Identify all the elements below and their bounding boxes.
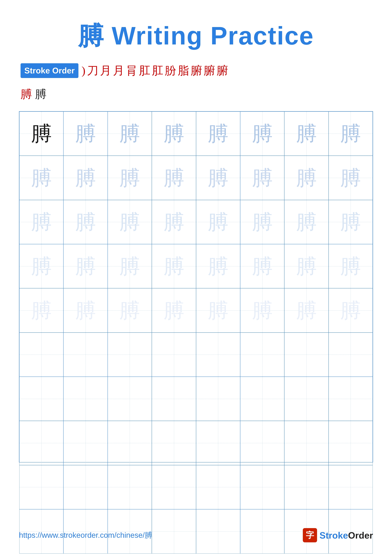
grid-cell-r7c3[interactable]	[108, 377, 152, 421]
grid-cell-r9c4[interactable]	[152, 465, 196, 509]
grid-cell-r2c1[interactable]: 膊	[19, 156, 64, 200]
grid-cell-r8c6[interactable]	[240, 421, 284, 465]
grid-cell-r3c6[interactable]: 膊	[240, 200, 284, 244]
grid-cell-r4c1[interactable]: 膊	[19, 244, 64, 288]
grid-cell-r6c3[interactable]	[108, 333, 152, 377]
grid-cell-r8c7[interactable]	[284, 421, 328, 465]
stroke-12: 腑	[217, 63, 228, 79]
grid-cell-r1c6[interactable]: 膊	[240, 111, 284, 156]
footer-url[interactable]: https://www.strokeorder.com/chinese/膊	[19, 530, 152, 540]
grid-cell-r4c4[interactable]: 膊	[152, 244, 196, 288]
grid-cell-r6c4[interactable]	[152, 333, 196, 377]
grid-cell-r3c7[interactable]: 膊	[284, 200, 328, 244]
grid-cell-r3c4[interactable]: 膊	[152, 200, 196, 244]
stroke-4: 月	[113, 63, 124, 79]
grid-cell-r9c5[interactable]	[196, 465, 240, 509]
char-r2c3: 膊	[119, 168, 140, 188]
grid-cell-r9c3[interactable]	[108, 465, 152, 509]
grid-cell-r7c5[interactable]	[196, 377, 240, 421]
grid-cell-r5c1[interactable]: 膊	[19, 288, 64, 332]
logo-text: StrokeOrder	[320, 530, 373, 540]
grid-cell-r6c1[interactable]	[19, 333, 64, 377]
grid-cell-r8c8[interactable]	[328, 421, 373, 465]
grid-cell-r5c2[interactable]: 膊	[64, 288, 107, 332]
char-r2c4: 膊	[164, 168, 184, 188]
footer: https://www.strokeorder.com/chinese/膊 字 …	[19, 528, 373, 542]
stroke-5: 肙	[126, 63, 137, 79]
grid-cell-r6c5[interactable]	[196, 333, 240, 377]
grid-cell-r1c5[interactable]: 膊	[196, 111, 240, 156]
grid-cell-r7c7[interactable]	[284, 377, 328, 421]
char-r1c1: 膊	[31, 123, 52, 144]
grid-cell-r2c4[interactable]: 膊	[152, 156, 196, 200]
stroke-6: 肛	[139, 63, 150, 79]
grid-cell-r8c4[interactable]	[152, 421, 196, 465]
grid-cell-r4c2[interactable]: 膊	[64, 244, 107, 288]
grid-cell-r6c6[interactable]	[240, 333, 284, 377]
grid-cell-r8c3[interactable]	[108, 421, 152, 465]
char-r3c6: 膊	[252, 212, 273, 232]
grid-cell-r8c5[interactable]	[196, 421, 240, 465]
char-r2c5: 膊	[208, 168, 228, 188]
char-r3c4: 膊	[164, 212, 184, 232]
grid-cell-r2c2[interactable]: 膊	[64, 156, 107, 200]
grid-cell-r5c5[interactable]: 膊	[196, 288, 240, 332]
grid-cell-r5c3[interactable]: 膊	[108, 288, 152, 332]
char-r3c7: 膊	[296, 212, 317, 232]
char-r2c6: 膊	[252, 168, 273, 188]
grid-cell-r9c8[interactable]	[328, 465, 373, 509]
logo-char: 字	[306, 530, 314, 541]
grid-cell-r3c5[interactable]: 膊	[196, 200, 240, 244]
page-title: 膊 Writing Practice	[19, 19, 373, 53]
char-r5c3: 膊	[119, 300, 140, 321]
grid-cell-r6c2[interactable]	[64, 333, 107, 377]
grid-cell-r9c2[interactable]	[64, 465, 107, 509]
stroke-order-line2: 膊 膊	[19, 87, 373, 102]
grid-cell-r1c4[interactable]: 膊	[152, 111, 196, 156]
grid-cell-r9c6[interactable]	[240, 465, 284, 509]
grid-cell-r4c8[interactable]: 膊	[328, 244, 373, 288]
grid-cell-r7c4[interactable]	[152, 377, 196, 421]
grid-cell-r1c1[interactable]: 膊	[19, 111, 64, 156]
practice-grid: 膊 膊 膊 膊 膊 膊 膊 膊 膊 膊 膊	[19, 111, 373, 462]
grid-cell-r1c3[interactable]: 膊	[108, 111, 152, 156]
grid-cell-r2c3[interactable]: 膊	[108, 156, 152, 200]
char-r4c4: 膊	[164, 256, 184, 277]
grid-cell-r1c7[interactable]: 膊	[284, 111, 328, 156]
grid-cell-r4c7[interactable]: 膊	[284, 244, 328, 288]
char-r2c7: 膊	[296, 168, 317, 188]
grid-cell-r5c7[interactable]: 膊	[284, 288, 328, 332]
stroke-order-badge[interactable]: Stroke Order	[21, 63, 78, 78]
grid-cell-r7c8[interactable]	[328, 377, 373, 421]
grid-cell-r2c7[interactable]: 膊	[284, 156, 328, 200]
grid-cell-r4c3[interactable]: 膊	[108, 244, 152, 288]
grid-cell-r2c5[interactable]: 膊	[196, 156, 240, 200]
grid-cell-r3c1[interactable]: 膊	[19, 200, 64, 244]
grid-cell-r8c1[interactable]	[19, 421, 64, 465]
grid-cell-r4c5[interactable]: 膊	[196, 244, 240, 288]
grid-cell-r7c2[interactable]	[64, 377, 107, 421]
grid-cell-r7c1[interactable]	[19, 377, 64, 421]
grid-cell-r2c6[interactable]: 膊	[240, 156, 284, 200]
stroke-11: 腑	[204, 63, 215, 79]
grid-cell-r5c8[interactable]: 膊	[328, 288, 373, 332]
grid-cell-r3c3[interactable]: 膊	[108, 200, 152, 244]
grid-cell-r7c6[interactable]	[240, 377, 284, 421]
stroke-13: 膊	[21, 87, 32, 102]
footer-logo: 字 StrokeOrder	[303, 528, 373, 542]
grid-cell-r1c8[interactable]: 膊	[328, 111, 373, 156]
grid-cell-r5c6[interactable]: 膊	[240, 288, 284, 332]
grid-cell-r3c8[interactable]: 膊	[328, 200, 373, 244]
grid-cell-r1c2[interactable]: 膊	[64, 111, 107, 156]
grid-cell-r5c4[interactable]: 膊	[152, 288, 196, 332]
grid-cell-r3c2[interactable]: 膊	[64, 200, 107, 244]
char-r2c1: 膊	[31, 168, 52, 188]
grid-cell-r6c8[interactable]	[328, 333, 373, 377]
char-r4c7: 膊	[296, 256, 317, 277]
grid-cell-r9c7[interactable]	[284, 465, 328, 509]
grid-cell-r2c8[interactable]: 膊	[328, 156, 373, 200]
grid-cell-r4c6[interactable]: 膊	[240, 244, 284, 288]
grid-cell-r8c2[interactable]	[64, 421, 107, 465]
grid-cell-r9c1[interactable]	[19, 465, 64, 509]
grid-cell-r6c7[interactable]	[284, 333, 328, 377]
